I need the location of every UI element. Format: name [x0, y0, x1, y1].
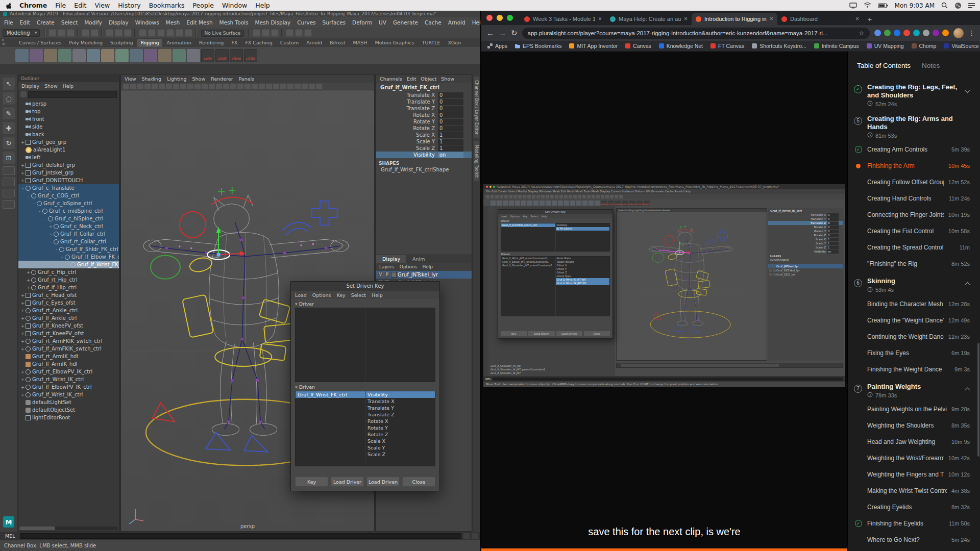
browser-tab[interactable]: Maya Help: Create an automat...× — [606, 13, 692, 25]
live-surface-indicator[interactable]: No Live Surface — [201, 30, 244, 37]
viewport-toolbar-icon[interactable] — [180, 84, 186, 89]
outliner-expand-toggle[interactable]: + — [48, 224, 54, 229]
toc-section-header[interactable]: 7Painting Weights79m 33s — [848, 378, 977, 402]
shelf-tab-bifrost[interactable]: Bifrost — [326, 39, 349, 47]
toc-section-header[interactable]: 6Skinning53m 4s — [848, 272, 977, 296]
load-driver-button[interactable]: Load Driver — [331, 477, 364, 487]
outliner-item[interactable]: defaultObjectSet — [18, 406, 119, 414]
shelf-tab-curves-surfaces[interactable]: Curves / Surfaces — [15, 39, 65, 47]
command-history-icon[interactable] — [472, 533, 478, 539]
video-player[interactable]: Autodesk Maya 2017: /Users/ekunzendorf/D… — [481, 52, 847, 551]
maya-menu-curves[interactable]: Curves — [297, 19, 315, 26]
outliner-item[interactable]: +Gruf_rt_Hip_ctrl — [18, 276, 119, 284]
bookmark-apps[interactable]: Apps — [487, 43, 507, 49]
sdk-menu-key[interactable]: Key — [336, 292, 345, 298]
maya-menu-file[interactable]: File — [4, 19, 13, 26]
listbox-item[interactable]: Scale Z — [365, 451, 435, 458]
outliner-expand-toggle[interactable]: + — [26, 278, 31, 283]
driver-section-header[interactable]: Driver — [291, 299, 439, 308]
joint-tool-icon[interactable] — [15, 49, 29, 62]
viewport-toolbar-icon[interactable] — [194, 84, 201, 89]
maya-menu-modify[interactable]: Modify — [84, 19, 102, 26]
active-app-name[interactable]: Chrome — [19, 2, 47, 9]
bind-skin-icon[interactable] — [44, 49, 57, 62]
chevron-up-icon[interactable] — [965, 387, 970, 392]
outliner-item[interactable]: +Gruf_lf_ElbowPV_IK_ctrl — [18, 383, 119, 391]
bookmark-eps-bookmarks[interactable]: EPS Bookmarks — [515, 43, 561, 49]
viewport-toolbar-icon[interactable] — [237, 84, 243, 89]
viewport-toolbar-icon[interactable] — [230, 84, 236, 89]
outliner-item[interactable]: +Gruf_lf_Hip_ctrl — [18, 284, 119, 291]
driver-listbox[interactable] — [295, 308, 435, 382]
outliner-item[interactable]: -Gruf_c_loSpine_ctrl — [18, 199, 119, 207]
snap-point-icon[interactable] — [157, 29, 165, 37]
filter-icon[interactable] — [20, 91, 27, 97]
layer-playback-toggle[interactable]: P — [384, 272, 390, 278]
outliner-expand-toggle[interactable]: + — [20, 140, 26, 145]
viewport-toolbar-icon[interactable] — [244, 84, 251, 89]
outliner-item[interactable]: +Gruf_rt_Wrist_IK_ctrl — [18, 375, 119, 383]
editor-tab-display[interactable]: Display — [376, 255, 406, 263]
tab-close-icon[interactable]: × — [684, 15, 688, 22]
outliner-item[interactable]: Gruf_lf_ArmIK_hdl — [18, 360, 119, 368]
listbox-item[interactable]: Rotate Y — [365, 424, 435, 431]
extension-icon-2[interactable] — [884, 30, 891, 36]
menubar-item-bookmarks[interactable]: Bookmarks — [149, 2, 185, 9]
key-button[interactable]: Key — [295, 477, 328, 487]
viewport-toolbar-icon[interactable] — [152, 84, 158, 89]
toc-clip-row[interactable]: Where to Go Next?5m 24s — [848, 532, 977, 548]
viewport-toolbar-icon[interactable] — [209, 84, 215, 89]
bookmark-mit-app-inventor[interactable]: MIT App Inventor — [569, 43, 618, 49]
viewport-toolbar-icon[interactable] — [202, 84, 208, 89]
menubar-item-people[interactable]: People — [192, 2, 214, 9]
toc-clip-row[interactable]: Creating Eyelids8m 32s — [848, 499, 977, 515]
channel-attribute-row[interactable]: Translate Y0 — [376, 98, 472, 105]
toc-clip-row[interactable]: Connecting the Finger Joints t...10m 19s — [848, 207, 977, 223]
save-scene-icon[interactable] — [67, 29, 75, 37]
outliner-expand-toggle[interactable]: - — [20, 186, 26, 191]
extension-icon-5[interactable] — [913, 30, 920, 36]
toc-clip-row[interactable]: Finishing the Arm10m 45s — [848, 158, 977, 174]
bookmark-infinite-campus[interactable]: Infinite Campus — [814, 43, 859, 49]
extension-icon-4[interactable] — [903, 30, 910, 36]
layout-preset-button[interactable] — [3, 200, 15, 209]
outliner-menu-display[interactable]: Display — [21, 83, 39, 89]
snap-grid-icon[interactable] — [139, 29, 146, 37]
close-button[interactable]: Close — [402, 477, 435, 487]
outliner-item[interactable]: left — [18, 154, 119, 161]
outliner-item[interactable]: +Gruf_rt_ArmFKIK_swtch_ctrl — [18, 337, 119, 345]
outliner-expand-toggle[interactable]: - — [37, 209, 42, 214]
notification-center-icon[interactable] — [968, 3, 975, 8]
outliner-expand-toggle[interactable]: + — [20, 323, 26, 329]
maya-titlebar[interactable]: Autodesk Maya 2019 - Educational Version… — [0, 11, 480, 17]
layout-preset-button[interactable] — [3, 189, 15, 197]
toc-clip-row[interactable]: Weighting the Shoulders8m 35s — [848, 417, 977, 434]
outliner-hscrollbar[interactable] — [19, 527, 118, 530]
viewport-toolbar-icon[interactable] — [302, 84, 308, 89]
new-tab-button[interactable]: + — [863, 13, 876, 25]
viewport-menu-view[interactable]: View — [125, 76, 136, 82]
listbox-item[interactable]: Scale Y — [365, 444, 435, 451]
toc-clip-row[interactable]: Finishing the Weight Dance9m 3s — [848, 361, 977, 378]
layer-color-swatch[interactable] — [391, 272, 397, 278]
shape-node-name[interactable]: Gruf_lf_Wrist_FK_ctrlShape — [376, 166, 472, 173]
extension-icon-6[interactable] — [923, 30, 929, 36]
outliner-item[interactable]: front — [18, 115, 119, 123]
reload-button[interactable]: ↻ — [511, 29, 518, 37]
scale-tool-icon[interactable]: ⊡ — [3, 152, 15, 164]
undo-icon[interactable] — [82, 29, 89, 37]
outliner-item[interactable]: +Gruf_geo_grp — [18, 138, 119, 146]
outliner-item[interactable]: back — [18, 131, 119, 138]
chevron-up-icon[interactable] — [965, 282, 970, 287]
tab-close-icon[interactable]: × — [770, 15, 773, 22]
outliner-expand-toggle[interactable]: + — [20, 170, 26, 176]
shelf-button-ctrlcr[interactable]: ctrlCr — [244, 49, 257, 62]
rotate-tool-icon[interactable]: ↻ — [3, 137, 15, 149]
apple-menu-icon[interactable] — [5, 2, 13, 9]
layout-preset-button[interactable] — [3, 166, 15, 175]
close-window-button[interactable] — [486, 15, 493, 21]
pole-vector-constraint-icon[interactable] — [187, 49, 200, 62]
outliner-item[interactable]: defaultLightSet — [18, 398, 119, 406]
maya-menu-surfaces[interactable]: Surfaces — [323, 19, 346, 26]
outliner-item[interactable]: persp — [18, 100, 119, 108]
